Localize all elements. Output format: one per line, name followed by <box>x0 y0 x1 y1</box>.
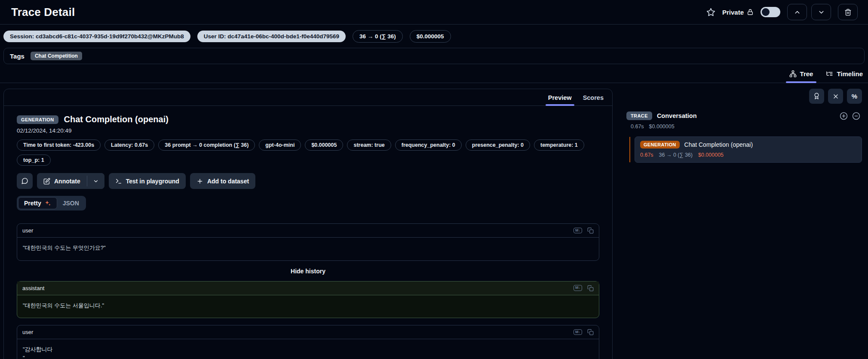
message-tools: M↓ <box>574 329 594 335</box>
message-user-2: user M↓ "감사합니다 " <box>17 325 599 359</box>
tab-timeline-label: Timeline <box>837 70 863 77</box>
add-to-dataset-button[interactable]: Add to dataset <box>190 173 255 189</box>
terminal-icon <box>115 178 122 185</box>
award-icon <box>813 93 820 100</box>
tag-chip[interactable]: Chat Competition <box>31 52 82 60</box>
collapse-all-button[interactable] <box>828 89 843 104</box>
view-tabs: Tree Timeline <box>0 64 868 83</box>
circle-minus-icon[interactable] <box>852 112 860 120</box>
tags-label: Tags <box>10 53 25 60</box>
timeline-icon <box>826 70 833 77</box>
trash-icon <box>844 9 852 16</box>
metric-pill: gpt-4o-mini <box>259 139 301 151</box>
playground-label: Test in playground <box>126 178 179 185</box>
message-role: assistant <box>22 285 44 291</box>
trace-title: Conversation <box>657 112 697 119</box>
nav-buttons <box>787 4 858 20</box>
comment-button[interactable] <box>17 173 33 189</box>
metric-pill: Latency: 0.67s <box>104 139 154 151</box>
chevron-up-icon <box>794 9 801 16</box>
trace-tree-panel: % TRACE Conversation 0.67s $0.000005 GEN… <box>620 89 862 163</box>
metric-pill: presence_penalty: 0 <box>466 139 530 151</box>
markdown-toggle-icon[interactable]: M↓ <box>574 228 582 234</box>
privacy-label: Private <box>722 9 744 16</box>
plus-icon <box>196 178 203 185</box>
lock-icon <box>747 9 754 15</box>
metric-pill: temperature: 1 <box>534 139 584 151</box>
edit-icon <box>43 178 50 185</box>
meta-badge-row: Session: cd3abcd6-c81c-4037-935d-19d9f27… <box>3 30 865 43</box>
metric-pill: 36 prompt → 0 completion (∑ 36) <box>158 139 255 151</box>
metric-pill: frequency_penalty: 0 <box>395 139 462 151</box>
public-toggle[interactable] <box>761 7 780 17</box>
trace-type-badge: TRACE <box>626 111 652 120</box>
pretty-label: Pretty <box>24 200 41 207</box>
privacy-indicator: Private <box>722 9 754 16</box>
generation-type-badge: GENERATION <box>640 141 680 149</box>
page-title: Trace Detail <box>11 6 75 19</box>
observation-header: GENERATION Chat Completion (openai) 02/1… <box>4 106 612 166</box>
message-role: user <box>22 329 33 335</box>
actions-row: Annotate Test in playground Add to datas… <box>17 173 599 189</box>
delete-trace-button[interactable] <box>838 4 858 20</box>
metric-pill: $0.000005 <box>305 139 343 151</box>
annotate-dropdown-button[interactable] <box>87 173 104 189</box>
metric-pills: Time to first token: -423.00sLatency: 0.… <box>17 139 599 166</box>
circle-plus-icon[interactable] <box>840 112 848 120</box>
metric-pill: stream: true <box>347 139 391 151</box>
next-trace-button[interactable] <box>811 4 831 20</box>
trace-node[interactable]: TRACE Conversation <box>626 111 862 120</box>
message-header: user M↓ <box>17 224 599 238</box>
tab-tree[interactable]: Tree <box>789 70 813 83</box>
toggle-knob <box>762 8 770 16</box>
tab-preview[interactable]: Preview <box>548 94 572 105</box>
percent-icon: % <box>852 93 857 100</box>
session-badge[interactable]: Session: cd3abcd6-c81c-4037-935d-19d9f27… <box>3 31 190 42</box>
message-header: user M↓ <box>17 325 599 339</box>
annotate-button[interactable]: Annotate <box>37 173 87 189</box>
comment-icon <box>21 177 28 185</box>
user-id-badge[interactable]: User ID: dc47a41e-06bc-400d-bde1-f0e440d… <box>197 31 346 42</box>
tab-timeline[interactable]: Timeline <box>826 70 863 83</box>
metric-pill: Time to first token: -423.00s <box>17 139 101 151</box>
previous-trace-button[interactable] <box>787 4 807 20</box>
token-usage-badge: 36 → 0 (∑ 36) <box>353 30 403 43</box>
scores-toggle-button[interactable] <box>809 89 824 104</box>
tree-expand-controls <box>840 112 860 120</box>
copy-icon[interactable] <box>587 285 594 291</box>
chevron-down-icon <box>93 178 99 184</box>
tree-toolbar: % <box>620 89 862 104</box>
message-tools: M↓ <box>574 227 594 234</box>
observation-timestamp: 02/12/2024, 14:20:49 <box>17 127 599 134</box>
generation-type-badge: GENERATION <box>17 115 58 124</box>
copy-icon[interactable] <box>587 227 594 234</box>
observation-title: Chat Completion (openai) <box>64 115 169 124</box>
message-role: user <box>22 227 33 234</box>
tags-bar: Tags Chat Competition <box>3 48 865 64</box>
annotate-label: Annotate <box>54 178 80 185</box>
copy-icon[interactable] <box>587 329 594 335</box>
tree-icon <box>789 70 797 77</box>
json-toggle[interactable]: JSON <box>57 198 85 209</box>
hide-history-button[interactable]: Hide history <box>17 268 599 275</box>
metrics-toggle-button[interactable]: % <box>847 89 862 104</box>
pretty-toggle[interactable]: Pretty <box>18 197 57 209</box>
markdown-toggle-icon[interactable]: M↓ <box>574 329 582 335</box>
tab-scores[interactable]: Scores <box>583 94 604 105</box>
message-content: "감사합니다 " <box>17 339 599 359</box>
metric-pill: top_p: 1 <box>17 155 51 166</box>
message-assistant: assistant M↓ "대한민국의 수도는 서울입니다." <box>17 281 599 319</box>
star-icon[interactable] <box>706 8 715 17</box>
sparkles-icon <box>44 200 51 207</box>
trace-metrics: 0.67s $0.000005 <box>631 124 862 130</box>
dataset-label: Add to dataset <box>207 178 249 185</box>
message-content: "대한민국의 수도는 서울입니다." <box>17 295 599 318</box>
markdown-toggle-icon[interactable]: M↓ <box>574 285 582 291</box>
trace-latency: 0.67s <box>631 124 644 130</box>
message-content: "대한민국의 수도는 무엇인가요?" <box>17 238 599 260</box>
test-in-playground-button[interactable]: Test in playground <box>109 173 186 189</box>
generation-node-title: Chat Completion (openai) <box>684 141 753 148</box>
annotate-split-button: Annotate <box>37 173 104 189</box>
generation-tree-node[interactable]: GENERATION Chat Completion (openai) 0.67… <box>635 136 862 163</box>
trace-cost: $0.000005 <box>649 124 675 130</box>
